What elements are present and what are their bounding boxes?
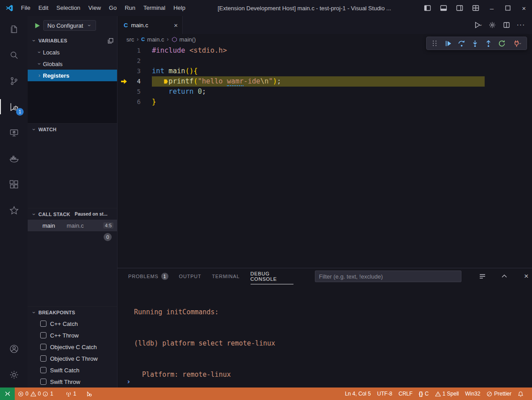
activity-search[interactable] bbox=[0, 42, 28, 68]
code-line-current[interactable]: 4 printf("hello wamr-ide\n"); bbox=[117, 76, 532, 87]
tab-output[interactable]: OUTPUT bbox=[179, 269, 201, 284]
tab-terminal[interactable]: TERMINAL bbox=[212, 269, 240, 284]
watch-section-header[interactable]: › WATCH bbox=[28, 123, 117, 135]
menu-view[interactable]: View bbox=[84, 0, 105, 16]
breakpoint-margin[interactable] bbox=[117, 76, 129, 87]
activity-settings[interactable] bbox=[0, 362, 28, 388]
code-text[interactable]: int main(){ bbox=[152, 66, 532, 76]
chevron-down-icon: › bbox=[479, 24, 484, 25]
step-out-button[interactable] bbox=[482, 38, 494, 49]
tab-main-c[interactable]: C main.c × bbox=[117, 16, 183, 34]
menu-edit[interactable]: Edit bbox=[34, 0, 52, 16]
call-stack-section-header[interactable]: › CALL STACK Paused on st... bbox=[28, 208, 117, 220]
activity-source-control[interactable] bbox=[0, 68, 28, 94]
customize-layout-icon[interactable] bbox=[468, 0, 484, 16]
code-editor[interactable]: 1 #include <stdio.h> 2 3 int main(){ bbox=[117, 45, 532, 268]
breakpoints-section-header[interactable]: › BREAKPOINTS bbox=[28, 306, 117, 318]
breakpoint-margin[interactable] bbox=[117, 66, 129, 76]
step-over-button[interactable] bbox=[455, 38, 468, 49]
console-options-icon[interactable] bbox=[477, 268, 488, 284]
checkbox[interactable] bbox=[40, 344, 46, 350]
breakpoint-margin[interactable] bbox=[117, 56, 129, 66]
code-text[interactable]: } bbox=[152, 97, 532, 107]
maximize-button[interactable] bbox=[500, 0, 516, 16]
breadcrumb-file[interactable]: C main.c bbox=[141, 36, 164, 43]
run-or-debug-button[interactable]: › bbox=[471, 16, 485, 34]
toggle-secondary-sidebar-icon[interactable] bbox=[452, 0, 468, 16]
menu-run[interactable]: Run bbox=[121, 0, 139, 16]
continue-button[interactable] bbox=[442, 38, 454, 49]
more-actions-button[interactable]: ··· bbox=[514, 16, 528, 34]
toggle-panel-icon[interactable] bbox=[436, 0, 452, 16]
restart-button[interactable] bbox=[495, 38, 508, 49]
eol-status[interactable]: CRLF bbox=[395, 388, 415, 400]
toolbar-drag-handle[interactable] bbox=[428, 38, 441, 49]
breadcrumb-symbol[interactable]: main() bbox=[172, 36, 196, 43]
activity-docker[interactable] bbox=[0, 146, 28, 171]
step-into-button[interactable] bbox=[469, 38, 481, 49]
close-button[interactable]: × bbox=[516, 0, 532, 16]
close-tab-icon[interactable]: × bbox=[174, 21, 178, 29]
breakpoint-objc-throw[interactable]: Objective C Throw bbox=[28, 353, 117, 364]
activity-testing[interactable] bbox=[0, 197, 28, 223]
breakpoint-cpp-throw[interactable]: C++ Throw bbox=[28, 329, 117, 341]
debug-status[interactable] bbox=[83, 388, 95, 400]
stack-frame-row[interactable]: main main.c 4:5 bbox=[28, 220, 117, 231]
activity-run-debug[interactable]: 1 bbox=[0, 94, 28, 120]
variables-section-header[interactable]: › VARIABLES bbox=[28, 35, 117, 46]
breakpoint-swift-catch[interactable]: Swift Catch bbox=[28, 364, 117, 376]
disconnect-button[interactable]: › bbox=[509, 38, 525, 49]
activity-explorer[interactable] bbox=[0, 16, 28, 42]
activity-extensions[interactable] bbox=[0, 171, 28, 197]
maximize-panel-icon[interactable] bbox=[498, 268, 510, 284]
os-target-status[interactable]: Win32 bbox=[462, 388, 483, 400]
activity-remote-explorer[interactable] bbox=[0, 120, 28, 146]
toggle-sidebar-icon[interactable] bbox=[419, 0, 436, 16]
variables-scope-locals[interactable]: › Locals bbox=[28, 46, 117, 58]
checkbox[interactable] bbox=[40, 355, 46, 362]
variables-scope-registers[interactable]: › Registers bbox=[28, 70, 117, 81]
menu-go[interactable]: Go bbox=[105, 0, 121, 16]
checkbox[interactable] bbox=[40, 321, 46, 327]
close-panel-icon[interactable]: × bbox=[521, 268, 532, 284]
debug-config-dropdown[interactable]: No Configurat › bbox=[43, 20, 96, 31]
breadcrumb-src[interactable]: src bbox=[126, 36, 134, 43]
code-text[interactable]: printf("hello wamr-ide\n"); bbox=[152, 76, 532, 87]
problems-status[interactable]: 0 0 1 bbox=[15, 388, 56, 400]
breakpoint-swift-throw[interactable]: Swift Throw bbox=[28, 376, 117, 388]
tab-debug-console[interactable]: DEBUG CONSOLE bbox=[251, 269, 293, 284]
breakpoint-margin[interactable] bbox=[117, 87, 129, 97]
editor-settings-button[interactable] bbox=[486, 16, 499, 34]
split-editor-button[interactable] bbox=[500, 16, 513, 34]
breakpoint-margin[interactable] bbox=[117, 97, 129, 107]
menu-terminal[interactable]: Terminal bbox=[139, 0, 169, 16]
code-text[interactable]: return 0; bbox=[152, 87, 532, 97]
remote-indicator[interactable] bbox=[0, 388, 15, 400]
minimize-button[interactable]: – bbox=[484, 0, 500, 16]
start-debug-icon[interactable] bbox=[34, 22, 41, 29]
extensions-icon bbox=[9, 179, 19, 190]
notifications-bell[interactable] bbox=[515, 388, 527, 400]
menu-selection[interactable]: Selection bbox=[52, 0, 84, 16]
breakpoint-objc-catch[interactable]: Objective C Catch bbox=[28, 341, 117, 353]
checkbox[interactable] bbox=[40, 367, 46, 373]
debug-console-input[interactable]: › bbox=[126, 377, 131, 386]
tab-problems[interactable]: PROBLEMS 1 bbox=[128, 269, 168, 284]
checkbox[interactable] bbox=[40, 332, 46, 338]
checkbox[interactable] bbox=[40, 379, 46, 385]
variables-scope-globals[interactable]: › Globals bbox=[28, 58, 117, 70]
menu-help[interactable]: Help bbox=[169, 0, 189, 16]
code-text[interactable] bbox=[152, 56, 532, 66]
encoding-status[interactable]: UTF-8 bbox=[374, 388, 395, 400]
prettier-status[interactable]: Prettier bbox=[483, 388, 515, 400]
language-mode-status[interactable]: {} C bbox=[416, 388, 432, 400]
breakpoint-cpp-catch[interactable]: C++ Catch bbox=[28, 318, 117, 329]
cursor-position-status[interactable]: Ln 4, Col 5 bbox=[342, 388, 374, 400]
collapse-all-icon[interactable] bbox=[108, 38, 113, 44]
ports-status[interactable]: 1 bbox=[63, 388, 80, 400]
activity-account[interactable] bbox=[0, 336, 28, 362]
breakpoint-margin[interactable] bbox=[117, 46, 129, 56]
menu-file[interactable]: File bbox=[17, 0, 34, 16]
console-filter-input[interactable] bbox=[315, 271, 461, 282]
spell-checker-status[interactable]: 1 Spell bbox=[432, 388, 462, 400]
